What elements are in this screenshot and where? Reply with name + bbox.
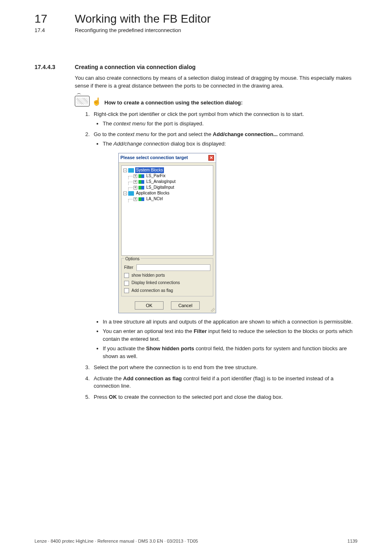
step-5: Press OK to create the connection to the…	[91, 393, 357, 401]
folder-icon	[128, 168, 134, 173]
collapse-icon[interactable]: -	[123, 169, 127, 172]
subsection-title: Reconfiguring the predefined interconnec…	[75, 27, 181, 33]
block-icon	[138, 186, 144, 190]
filter-input[interactable]	[136, 264, 210, 271]
page-number: 1139	[348, 539, 357, 543]
section-number: 17.4.4.3	[35, 64, 75, 70]
close-icon[interactable]: ✕	[208, 155, 214, 161]
expand-icon[interactable]: +	[134, 197, 137, 201]
cancel-button[interactable]: Cancel	[171, 301, 200, 310]
tree-node[interactable]: LS_ParFix	[145, 173, 166, 179]
procedure-icon	[75, 96, 90, 106]
checkbox-show-hidden-ports[interactable]	[124, 273, 129, 278]
divider-rule: _ _ _ _ _ _ _ _ _ _ _ _ _ _ _ _ _ _ _ _ …	[35, 42, 357, 49]
step-3: Select the port where the connection is …	[91, 364, 357, 372]
dialog-title-text: Please select connection target	[120, 155, 188, 161]
collapse-icon[interactable]: -	[123, 192, 127, 195]
step-2-note-filter: You can enter an optional text into the …	[103, 328, 357, 343]
steps-list: Right-click the port identifier or click…	[75, 111, 357, 401]
expand-icon[interactable]: +	[134, 186, 137, 190]
tree-node[interactable]: LA_NCtrl	[145, 196, 164, 202]
expand-icon[interactable]: +	[134, 180, 137, 184]
section-intro: You can also create connections by means…	[75, 74, 357, 90]
connection-target-dialog: Please select connection target ✕ - Syst…	[118, 153, 216, 313]
tree-node-system-blocks[interactable]: System Blocks	[135, 167, 164, 173]
subsection-number: 17.4	[35, 27, 75, 33]
section-title: Creating a connection via connection dia…	[75, 64, 196, 70]
folder-icon	[128, 191, 134, 196]
expand-icon[interactable]: +	[134, 174, 137, 178]
block-icon	[138, 180, 144, 184]
resize-grip-icon[interactable]	[211, 308, 215, 312]
tree-node-application-blocks[interactable]: Application Blocks	[135, 190, 170, 197]
block-icon	[138, 174, 144, 178]
checkbox-display-linked[interactable]	[124, 281, 129, 286]
hand-icon: ☝	[92, 97, 101, 106]
step-2-note-tree: In a tree structure all inputs and outpu…	[103, 318, 357, 326]
step-4: Activate the Add connection as flag cont…	[91, 375, 357, 391]
checkbox-label: show hidden ports	[131, 273, 165, 279]
step-1-note: The context menu for the port is display…	[103, 120, 357, 128]
step-2-note-dialog: The Add/change connection dialog box is …	[103, 140, 357, 148]
howto-heading: How to create a connection using the sel…	[104, 99, 243, 106]
chapter-title: Working with the FB Editor	[75, 12, 211, 25]
tree-node[interactable]: LS_DigitalInput	[145, 185, 175, 191]
footer-left: Lenze · 8400 protec HighLine · Reference…	[35, 539, 198, 543]
chapter-number: 17	[35, 12, 75, 25]
checkbox-label: Add connection as flag	[131, 288, 173, 294]
checkbox-label: Display linked connections	[131, 280, 180, 286]
tree-view[interactable]: - System Blocks + LS_ParFix +	[121, 165, 213, 256]
tree-node[interactable]: LS_AnalogInput	[145, 179, 176, 185]
dialog-titlebar: Please select connection target ✕	[119, 153, 216, 163]
options-group: Options Filter show hidden ports Display…	[121, 258, 213, 296]
step-2: Go to the context menu for the port and …	[91, 131, 357, 360]
step-1: Right-click the port identifier or click…	[91, 111, 357, 128]
filter-label: Filter	[124, 265, 136, 271]
checkbox-add-as-flag[interactable]	[124, 288, 129, 293]
options-legend: Options	[124, 256, 141, 262]
ok-button[interactable]: OK	[135, 301, 164, 310]
block-icon	[138, 197, 144, 201]
step-2-note-hidden: If you activate the Show hidden ports co…	[103, 345, 357, 361]
